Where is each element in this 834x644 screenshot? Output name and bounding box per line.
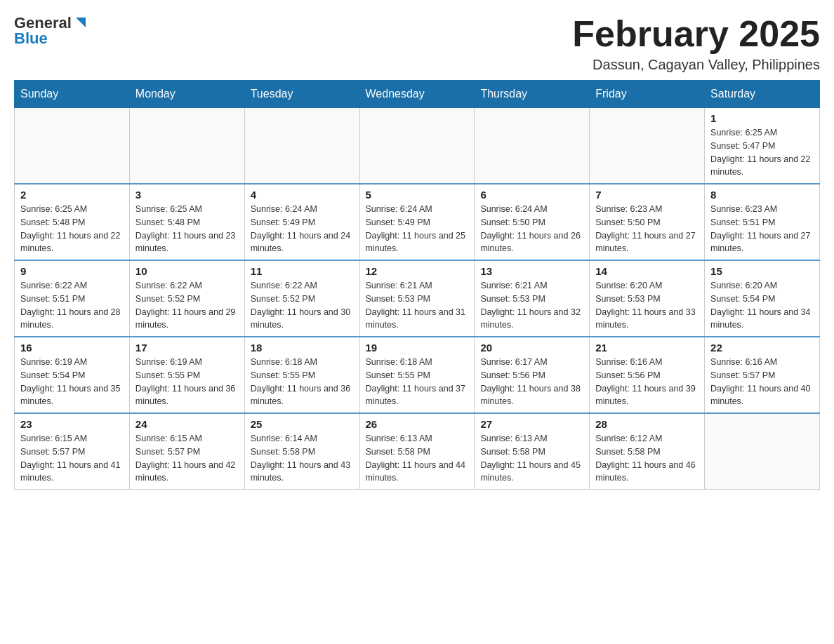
calendar-week-row: 9Sunrise: 6:22 AMSunset: 5:51 PMDaylight… [15,260,820,337]
calendar-day-cell: 27Sunrise: 6:13 AMSunset: 5:58 PMDayligh… [475,413,590,490]
calendar-day-cell: 20Sunrise: 6:17 AMSunset: 5:56 PMDayligh… [475,337,590,413]
day-info: Sunrise: 6:13 AMSunset: 5:58 PMDaylight:… [366,432,469,485]
day-info: Sunrise: 6:19 AMSunset: 5:55 PMDaylight:… [135,356,239,408]
day-of-week-header: Saturday [705,81,820,108]
day-info: Sunrise: 6:23 AMSunset: 5:50 PMDaylight:… [595,203,699,255]
calendar-day-cell [359,108,475,185]
day-number: 25 [251,418,354,430]
day-info: Sunrise: 6:16 AMSunset: 5:56 PMDaylight:… [595,356,699,408]
day-info: Sunrise: 6:21 AMSunset: 5:53 PMDaylight:… [366,279,469,332]
calendar-day-cell: 19Sunrise: 6:18 AMSunset: 5:55 PMDayligh… [359,337,475,413]
calendar-day-cell: 18Sunrise: 6:18 AMSunset: 5:55 PMDayligh… [244,337,359,413]
calendar-week-row: 23Sunrise: 6:15 AMSunset: 5:57 PMDayligh… [15,413,820,490]
calendar-day-cell: 17Sunrise: 6:19 AMSunset: 5:55 PMDayligh… [129,337,244,413]
calendar-day-cell: 12Sunrise: 6:21 AMSunset: 5:53 PMDayligh… [359,260,475,337]
calendar-day-cell [475,108,590,185]
day-info: Sunrise: 6:22 AMSunset: 5:51 PMDaylight:… [20,279,124,332]
calendar-header-row: SundayMondayTuesdayWednesdayThursdayFrid… [15,81,820,108]
day-info: Sunrise: 6:20 AMSunset: 5:54 PMDaylight:… [710,279,814,332]
day-of-week-header: Monday [129,81,244,108]
location-subtitle: Dassun, Cagayan Valley, Philippines [572,57,820,73]
calendar-day-cell: 24Sunrise: 6:15 AMSunset: 5:57 PMDayligh… [129,413,244,490]
day-number: 9 [20,265,124,277]
day-number: 8 [710,189,814,201]
title-area: February 2025 Dassun, Cagayan Valley, Ph… [572,14,820,73]
day-number: 16 [20,342,124,354]
calendar-day-cell: 2Sunrise: 6:25 AMSunset: 5:48 PMDaylight… [15,184,130,260]
calendar-day-cell [15,108,130,185]
calendar-day-cell: 28Sunrise: 6:12 AMSunset: 5:58 PMDayligh… [590,413,705,490]
calendar-day-cell [590,108,705,185]
day-number: 10 [135,265,239,277]
calendar-day-cell [705,413,820,490]
day-number: 22 [710,342,814,354]
day-info: Sunrise: 6:19 AMSunset: 5:54 PMDaylight:… [20,356,124,408]
day-info: Sunrise: 6:17 AMSunset: 5:56 PMDaylight:… [480,356,583,408]
day-info: Sunrise: 6:22 AMSunset: 5:52 PMDaylight:… [135,279,239,332]
day-info: Sunrise: 6:21 AMSunset: 5:53 PMDaylight:… [480,279,583,332]
day-number: 3 [135,189,239,201]
day-info: Sunrise: 6:24 AMSunset: 5:50 PMDaylight:… [480,203,583,255]
day-number: 2 [20,189,124,201]
calendar-week-row: 16Sunrise: 6:19 AMSunset: 5:54 PMDayligh… [15,337,820,413]
day-info: Sunrise: 6:25 AMSunset: 5:47 PMDaylight:… [710,126,814,179]
calendar-day-cell: 16Sunrise: 6:19 AMSunset: 5:54 PMDayligh… [15,337,130,413]
day-of-week-header: Wednesday [359,81,475,108]
day-number: 4 [251,189,354,201]
day-of-week-header: Thursday [475,81,590,108]
day-info: Sunrise: 6:20 AMSunset: 5:53 PMDaylight:… [595,279,699,332]
calendar-day-cell: 21Sunrise: 6:16 AMSunset: 5:56 PMDayligh… [590,337,705,413]
day-number: 6 [480,189,583,201]
day-number: 15 [710,265,814,277]
day-info: Sunrise: 6:24 AMSunset: 5:49 PMDaylight:… [251,203,354,255]
calendar-day-cell [129,108,244,185]
page-header: General Blue February 2025 Dassun, Cagay… [14,14,820,73]
calendar-week-row: 2Sunrise: 6:25 AMSunset: 5:48 PMDaylight… [15,184,820,260]
day-number: 28 [595,418,699,430]
day-number: 24 [135,418,239,430]
day-number: 11 [251,265,354,277]
day-number: 20 [480,342,583,354]
calendar-day-cell: 6Sunrise: 6:24 AMSunset: 5:50 PMDaylight… [475,184,590,260]
calendar-week-row: 1Sunrise: 6:25 AMSunset: 5:47 PMDaylight… [15,108,820,185]
calendar-day-cell: 3Sunrise: 6:25 AMSunset: 5:48 PMDaylight… [129,184,244,260]
day-info: Sunrise: 6:24 AMSunset: 5:49 PMDaylight:… [366,203,469,255]
day-number: 14 [595,265,699,277]
day-number: 13 [480,265,583,277]
day-info: Sunrise: 6:16 AMSunset: 5:57 PMDaylight:… [710,356,814,408]
calendar-day-cell: 5Sunrise: 6:24 AMSunset: 5:49 PMDaylight… [359,184,475,260]
calendar-day-cell: 13Sunrise: 6:21 AMSunset: 5:53 PMDayligh… [475,260,590,337]
day-number: 19 [366,342,469,354]
day-info: Sunrise: 6:15 AMSunset: 5:57 PMDaylight:… [135,432,239,485]
day-of-week-header: Tuesday [244,81,359,108]
day-info: Sunrise: 6:22 AMSunset: 5:52 PMDaylight:… [251,279,354,332]
day-info: Sunrise: 6:25 AMSunset: 5:48 PMDaylight:… [20,203,124,255]
day-of-week-header: Sunday [15,81,130,108]
month-title: February 2025 [572,14,820,54]
calendar-day-cell: 11Sunrise: 6:22 AMSunset: 5:52 PMDayligh… [244,260,359,337]
calendar-day-cell: 9Sunrise: 6:22 AMSunset: 5:51 PMDaylight… [15,260,130,337]
calendar-day-cell: 15Sunrise: 6:20 AMSunset: 5:54 PMDayligh… [705,260,820,337]
calendar-table: SundayMondayTuesdayWednesdayThursdayFrid… [14,80,820,490]
day-info: Sunrise: 6:18 AMSunset: 5:55 PMDaylight:… [251,356,354,408]
day-number: 7 [595,189,699,201]
day-number: 27 [480,418,583,430]
logo-triangle-icon [73,15,88,30]
calendar-day-cell: 14Sunrise: 6:20 AMSunset: 5:53 PMDayligh… [590,260,705,337]
day-info: Sunrise: 6:23 AMSunset: 5:51 PMDaylight:… [710,203,814,255]
calendar-day-cell [244,108,359,185]
day-info: Sunrise: 6:14 AMSunset: 5:58 PMDaylight:… [251,432,354,485]
day-number: 18 [251,342,354,354]
day-number: 23 [20,418,124,430]
day-of-week-header: Friday [590,81,705,108]
calendar-day-cell: 26Sunrise: 6:13 AMSunset: 5:58 PMDayligh… [359,413,475,490]
day-info: Sunrise: 6:13 AMSunset: 5:58 PMDaylight:… [480,432,583,485]
day-number: 5 [366,189,469,201]
day-info: Sunrise: 6:15 AMSunset: 5:57 PMDaylight:… [20,432,124,485]
calendar-day-cell: 8Sunrise: 6:23 AMSunset: 5:51 PMDaylight… [705,184,820,260]
calendar-day-cell: 4Sunrise: 6:24 AMSunset: 5:49 PMDaylight… [244,184,359,260]
day-number: 12 [366,265,469,277]
logo-blue-text: Blue [14,29,48,48]
calendar-day-cell: 7Sunrise: 6:23 AMSunset: 5:50 PMDaylight… [590,184,705,260]
day-number: 17 [135,342,239,354]
